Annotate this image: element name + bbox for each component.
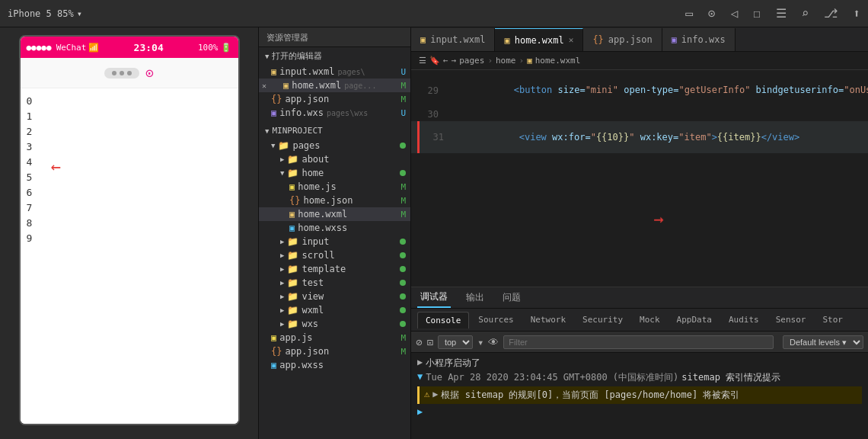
console-tab-appdata[interactable]: AppData	[669, 312, 720, 328]
tree-view-folder[interactable]: ▶ 📁 view	[259, 290, 410, 303]
console-tab-sources[interactable]: Sources	[471, 312, 521, 328]
device-label[interactable]: iPhone 5 85% ▾	[8, 8, 82, 19]
console-bottom-caret[interactable]: ▶	[417, 406, 423, 417]
tree-pages-folder[interactable]: ▼ 📁 pages	[259, 139, 410, 152]
console-tab-security[interactable]: Security	[575, 312, 630, 328]
forward-icon[interactable]: ☐	[753, 6, 761, 21]
filter-eye-icon[interactable]: 👁	[488, 336, 499, 348]
console-tab-sensor[interactable]: Sensor	[768, 312, 814, 328]
record-icon[interactable]: ⊙	[708, 6, 716, 21]
tab-home-wxml[interactable]: ▣ home.wxml ✕	[495, 28, 583, 51]
app-wxss-label: app.wxss	[279, 360, 324, 370]
phone-frame: ●●●●● WeChat 📶 23:04 100% 🔋 ⊙	[19, 35, 240, 425]
console-arrow-startup: ▶	[417, 357, 423, 367]
tree-wxml-folder[interactable]: ▶ 📁 wxml	[259, 303, 410, 317]
open-file-app-json[interactable]: {} app.json M	[259, 92, 410, 106]
app-wxss-icon: ▣	[271, 360, 276, 370]
tree-about-folder[interactable]: ▶ 📁 about	[259, 152, 410, 166]
view-folder-icon: 📁	[287, 291, 298, 302]
red-indicator-31	[417, 121, 420, 153]
line-7: 7	[27, 201, 33, 215]
nav-dot-1	[112, 71, 116, 75]
phone-nav-dots[interactable]	[104, 68, 139, 79]
wxml-chevron: ▶	[280, 306, 284, 314]
about-chevron: ▶	[280, 155, 284, 163]
console-line-sitemap: ▼ Tue Apr 28 2020 23:04:45 GMT+0800 (中国标…	[417, 370, 862, 385]
upload-icon[interactable]: ⬆	[853, 6, 860, 21]
tree-scroll-folder[interactable]: ▶ 📁 scroll	[259, 248, 410, 262]
home-js-label: home.js	[298, 181, 337, 192]
branch-icon[interactable]: ⎇	[824, 6, 838, 21]
filter-input[interactable]	[503, 335, 774, 349]
device-chevron[interactable]: ▾	[77, 8, 82, 19]
tree-home-json[interactable]: {} home.json M	[259, 194, 410, 207]
console-tab-console[interactable]: Console	[417, 312, 469, 328]
tab-home-wxml-label: home.wxml	[515, 35, 564, 46]
console-block-icon[interactable]: ⊘	[416, 336, 422, 348]
project-section[interactable]: ▼ MINPROJECT	[259, 123, 410, 139]
tab-home-wxml-close[interactable]: ✕	[569, 35, 574, 45]
console-tab-stor[interactable]: Stor	[815, 312, 850, 328]
tree-wxs-folder[interactable]: ▶ 📁 wxs	[259, 317, 410, 331]
bottom-tab-output[interactable]: 输出	[463, 288, 487, 307]
device-icon[interactable]: ▭	[685, 6, 693, 21]
tree-template-folder[interactable]: ▶ 📁 template	[259, 262, 410, 276]
editor-area: ▣ input.wxml ▣ home.wxml ✕ {} app.json ▣…	[411, 27, 868, 439]
console-tab-mock[interactable]: Mock	[632, 312, 668, 328]
tree-home-folder[interactable]: ▼ 📁 home	[259, 166, 410, 180]
filename-info-wxs: info.wxs	[279, 107, 324, 118]
back-icon[interactable]: ◁	[730, 6, 738, 21]
menu-icon[interactable]: ☰	[776, 6, 787, 21]
tree-home-wxss[interactable]: ▣ home.wxss	[259, 221, 410, 235]
open-file-info-wxs[interactable]: ▣ info.wxs pages\wxs U	[259, 106, 410, 120]
open-file-input-wxml[interactable]: ▣ input.wxml pages\ U	[259, 65, 410, 79]
console-tab-network[interactable]: Network	[523, 312, 573, 328]
tree-app-js[interactable]: ▣ app.js M	[259, 331, 410, 344]
top-select[interactable]: top	[438, 335, 473, 349]
code-line-30: 30	[411, 107, 868, 121]
val-10-close: "	[629, 132, 640, 143]
file-path-1: pages\	[337, 68, 365, 76]
code-line-29: 29 <button size="mini" open-type="getUse…	[411, 73, 868, 107]
tree-input-folder[interactable]: ▶ 📁 input	[259, 235, 410, 248]
open-file-home-wxml[interactable]: ✕ ▣ home.wxml page... M	[259, 79, 410, 92]
attr-wxfor: wx:for=	[552, 132, 591, 143]
bottom-tab-issues[interactable]: 问题	[499, 288, 524, 307]
breadcrumb-forward[interactable]: →	[452, 56, 457, 66]
search-icon[interactable]: ⌕	[802, 6, 809, 21]
console-stop-icon[interactable]: ⊡	[426, 336, 432, 348]
close-home-wxml[interactable]: ✕	[262, 82, 266, 90]
home-wxml-label: home.wxml	[298, 209, 347, 220]
home-wxss-label: home.wxss	[298, 223, 347, 233]
tab-app-json-label: app.json	[608, 34, 653, 45]
console-caret-sitemap[interactable]: ▼	[417, 371, 423, 382]
default-levels-select[interactable]: Default levels ▾	[783, 335, 863, 349]
pages-chevron: ▼	[271, 142, 275, 149]
scroll-chevron: ▶	[280, 252, 284, 259]
console-tab-audits[interactable]: Audits	[721, 312, 767, 328]
val-item-key: "item"	[678, 132, 711, 143]
breadcrumb-bookmark: 🔖	[429, 56, 440, 66]
tag-view-31: <view	[519, 132, 552, 143]
nav-camera-icon[interactable]: ⊙	[145, 65, 154, 81]
phone-line-numbers: 0 1 2 3 4 5 6 7 8 9	[27, 95, 33, 245]
tree-app-json[interactable]: {} app.json M	[259, 344, 410, 358]
tree-home-js[interactable]: ▣ home.js M	[259, 180, 410, 194]
scroll-dot	[400, 252, 406, 258]
tree-test-folder[interactable]: ▶ 📁 test	[259, 276, 410, 290]
console-dropdown-icon[interactable]: ▾	[477, 336, 483, 348]
test-folder-icon: 📁	[287, 277, 298, 288]
tab-input-wxml[interactable]: ▣ input.wxml	[411, 28, 495, 51]
console-expand-btn[interactable]: ▶	[432, 389, 438, 399]
breadcrumb-filename: home.wxml	[535, 56, 581, 66]
line-num-30: 30	[417, 109, 439, 120]
tree-home-wxml[interactable]: ▣ home.wxml M	[259, 207, 410, 221]
open-editors-section[interactable]: ▼ 打开的编辑器	[259, 47, 410, 65]
tab-app-json[interactable]: {} app.json	[583, 28, 662, 51]
tab-info-wxs[interactable]: ▣ info.wxs	[662, 28, 736, 51]
bottom-tab-debugger[interactable]: 调试器	[417, 287, 451, 308]
app-json-label: app.json	[285, 346, 329, 357]
console-caret-line: ▶	[417, 405, 862, 418]
tree-app-wxss[interactable]: ▣ app.wxss	[259, 358, 410, 372]
breadcrumb-back[interactable]: ←	[443, 56, 448, 66]
